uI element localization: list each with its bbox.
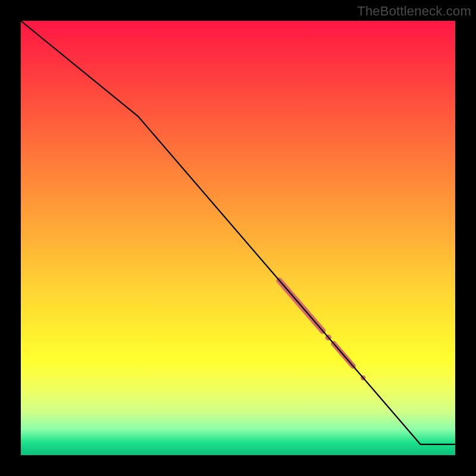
chart-overlay <box>21 21 455 455</box>
curve-line <box>21 21 455 444</box>
watermark-text: TheBottleneck.com <box>357 4 471 19</box>
chart-frame: TheBottleneck.com <box>0 0 476 476</box>
